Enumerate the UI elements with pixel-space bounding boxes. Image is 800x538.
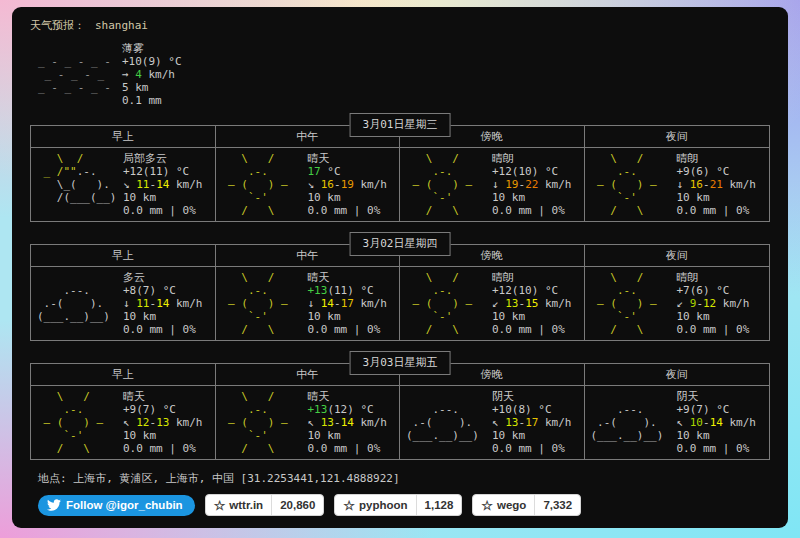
github-star-badge-pyphoon[interactable]: ☆pyphoon1,128 <box>334 494 462 516</box>
condition-label: 晴天 <box>308 152 388 165</box>
period-header: 早上 <box>31 245 216 266</box>
visibility-value: 10 km <box>123 191 203 204</box>
wind-value: ↓ 16-21 km/h <box>677 178 757 191</box>
precipitation-value: 0.0 mm | 0% <box>308 442 388 455</box>
forecast-cell: \ / .-. ― ( ) ― `-' / \晴天+13(12) °C↖ 13-… <box>216 386 401 459</box>
condition-label: 多云 <box>123 271 203 284</box>
temperature-value: +8(7) °C <box>123 284 203 297</box>
location-line: 地点: 上海市, 黄浦区, 上海市, 中国 [31.2253441,121.48… <box>38 472 778 485</box>
precipitation-value: 0.0 mm | 0% <box>677 323 750 336</box>
forecast-day: 3月03日星期五 早上中午傍晚夜间 \ / .-. ― ( ) ― `-' / … <box>30 351 770 460</box>
visibility-value: 5 km <box>122 81 182 94</box>
wind-value: ↖ 10-14 km/h <box>677 416 757 429</box>
wind-value: ↘ 16-19 km/h <box>308 178 388 191</box>
mist-icon: _ - _ - _ - _ - _ - __ - _ - _ - <box>38 42 122 107</box>
forecast-details: 晴天+9(7) °C↖ 12-13 km/h10 km0.0 mm | 0% <box>123 390 203 455</box>
forecast-details: 晴朗+12(10) °C↙ 13-15 km/h10 km0.0 mm | 0% <box>492 271 572 336</box>
date-label: 3月01日星期三 <box>350 113 451 137</box>
twitter-bird-icon <box>47 498 61 512</box>
repo-name: pyphoon <box>359 499 408 512</box>
forecast-table: 早上中午傍晚夜间 \ / .-. ― ( ) ― `-' / \晴天+9(7) … <box>30 363 770 460</box>
wind-value: → 4 km/h <box>122 68 182 81</box>
condition-label: 晴天 <box>308 390 388 403</box>
precipitation-value: 0.0 mm | 0% <box>123 204 203 217</box>
forecast-details: 阴天+9(7) °C↖ 10-14 km/h10 km0.0 mm | 0% <box>677 390 757 455</box>
condition-label: 阴天 <box>677 390 757 403</box>
forecast-details: 晴朗+12(10) °C↓ 19-22 km/h10 km0.0 mm | 0% <box>492 152 572 217</box>
twitter-follow-button[interactable]: Follow @igor_chubin <box>38 495 195 516</box>
forecast-day: 3月01日星期三 早上中午傍晚夜间 \ / _ /"".-. \_( ). /(… <box>30 113 770 222</box>
forecast-cell: \ / .-. ― ( ) ― `-' / \晴朗+7(6) °C↙ 9-12 … <box>585 267 770 340</box>
wind-value: ↖ 12-13 km/h <box>123 416 203 429</box>
period-header: 早上 <box>31 364 216 385</box>
precipitation-value: 0.0 mm | 0% <box>123 442 203 455</box>
date-label: 3月03日星期五 <box>350 351 451 375</box>
github-badges: ☆wttr.in20,860☆pyphoon1,128☆wego7,332 <box>205 494 582 516</box>
precipitation-value: 0.0 mm | 0% <box>123 323 203 336</box>
repo-name: wttr.in <box>229 499 263 512</box>
temperature-value: +7(6) °C <box>677 284 750 297</box>
condition-label: 晴天 <box>123 390 203 403</box>
condition-label: 晴天 <box>308 271 388 284</box>
temperature-value: 17 °C <box>308 165 388 178</box>
period-header: 早上 <box>31 126 216 147</box>
forecast-table: 早上中午傍晚夜间 .--. .-( ).(___.__)__)多云+8(7) °… <box>30 244 770 341</box>
sun-icon: \ / .-. ― ( ) ― `-' / \ <box>406 271 488 336</box>
period-header: 夜间 <box>585 364 770 385</box>
gradient-background: 天气预报：shanghai _ - _ - _ - _ - _ - __ - _… <box>0 0 800 538</box>
forecast-table: 早上中午傍晚夜间 \ / _ /"".-. \_( ). /(___(__)局部… <box>30 125 770 222</box>
footer-badges: Follow @igor_chubin ☆wttr.in20,860☆pypho… <box>38 494 778 516</box>
wind-value: ↖ 13-17 km/h <box>492 416 572 429</box>
current-conditions: _ - _ - _ - _ - _ - __ - _ - _ - 薄雾+10(9… <box>38 42 778 107</box>
temperature-value: +13(12) °C <box>308 403 388 416</box>
wind-value: ↓ 14-17 km/h <box>308 297 388 310</box>
condition-label: 晴朗 <box>492 271 572 284</box>
star-icon: ☆ <box>481 499 493 512</box>
forecast-details: 阴天+10(8) °C↖ 13-17 km/h10 km0.0 mm | 0% <box>492 390 572 455</box>
star-icon: ☆ <box>343 499 355 512</box>
condition-label: 晴朗 <box>492 152 572 165</box>
forecast-cell: \ / .-. ― ( ) ― `-' / \晴天+9(7) °C↖ 12-13… <box>31 386 216 459</box>
temperature-value: +9(7) °C <box>123 403 203 416</box>
github-star-badge-wttr.in[interactable]: ☆wttr.in20,860 <box>205 494 325 516</box>
visibility-value: 10 km <box>677 310 750 323</box>
twitter-follow-label: Follow @igor_chubin <box>66 499 183 512</box>
sun-icon: \ / .-. ― ( ) ― `-' / \ <box>591 152 673 217</box>
repo-name: wego <box>497 499 526 512</box>
github-star-badge-wego[interactable]: ☆wego7,332 <box>472 494 581 516</box>
cloud-icon: .--. .-( ).(___.__)__) <box>591 390 673 455</box>
page-title: 天气预报：shanghai <box>30 19 778 32</box>
visibility-value: 10 km <box>492 191 572 204</box>
temperature-value: +9(7) °C <box>677 403 757 416</box>
visibility-value: 10 km <box>123 429 203 442</box>
cloud-icon: .--. .-( ).(___.__)__) <box>37 271 119 336</box>
sun-icon: \ / .-. ― ( ) ― `-' / \ <box>37 390 119 455</box>
precipitation-value: 0.0 mm | 0% <box>492 323 572 336</box>
forecast-details: 晴天+13(12) °C↖ 13-14 km/h10 km0.0 mm | 0% <box>308 390 388 455</box>
sun-icon: \ / .-. ― ( ) ― `-' / \ <box>222 152 304 217</box>
forecast-cell: \ / .-. ― ( ) ― `-' / \晴天17 °C↘ 16-19 km… <box>216 148 401 221</box>
wind-value: ↓ 11-14 km/h <box>123 297 203 310</box>
forecast-cell: \ / .-. ― ( ) ― `-' / \晴朗+12(10) °C↙ 13-… <box>400 267 585 340</box>
wind-value: ↖ 13-14 km/h <box>308 416 388 429</box>
sun-icon: \ / .-. ― ( ) ― `-' / \ <box>406 152 488 217</box>
period-header: 夜间 <box>585 245 770 266</box>
temperature-value: +9(6) °C <box>677 165 757 178</box>
forecast-cell: \ / .-. ― ( ) ― `-' / \晴天+13(11) °C↓ 14-… <box>216 267 401 340</box>
star-icon: ☆ <box>214 499 226 512</box>
forecast-cell: .--. .-( ).(___.__)__)阴天+10(8) °C↖ 13-17… <box>400 386 585 459</box>
terminal-window: 天气预报：shanghai _ - _ - _ - _ - _ - __ - _… <box>12 7 788 528</box>
precipitation-value: 0.0 mm | 0% <box>492 204 572 217</box>
forecast-days: 3月01日星期三 早上中午傍晚夜间 \ / _ /"".-. \_( ). /(… <box>22 113 778 460</box>
weather-report-label: 天气预报： <box>30 19 85 32</box>
forecast-cell: \ / .-. ― ( ) ― `-' / \晴朗+12(10) °C↓ 19-… <box>400 148 585 221</box>
city-name: shanghai <box>95 19 148 32</box>
visibility-value: 10 km <box>308 429 388 442</box>
visibility-value: 10 km <box>677 429 757 442</box>
temperature-value: +12(10) °C <box>492 165 572 178</box>
forecast-details: 晴天17 °C↘ 16-19 km/h10 km0.0 mm | 0% <box>308 152 388 217</box>
period-header: 夜间 <box>585 126 770 147</box>
visibility-value: 10 km <box>677 191 757 204</box>
forecast-details: 晴朗+7(6) °C↙ 9-12 km/h10 km0.0 mm | 0% <box>677 271 750 336</box>
temperature-value: +10(8) °C <box>492 403 572 416</box>
